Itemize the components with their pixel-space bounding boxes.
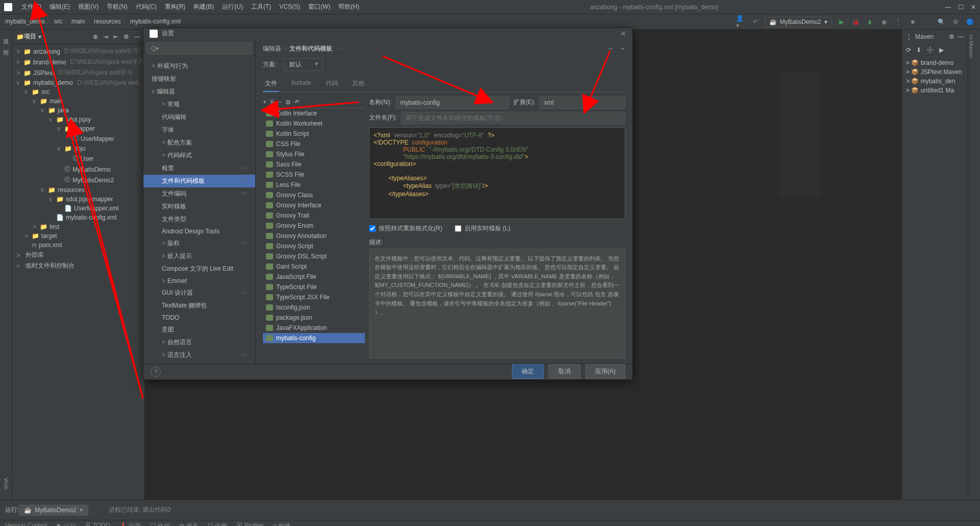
settings-category[interactable]: Android Design Tools	[143, 226, 255, 237]
settings-category[interactable]: >常规	[143, 98, 255, 111]
menu-item[interactable]: 工具(T)	[247, 3, 275, 10]
hide-icon[interactable]: —	[134, 33, 140, 40]
template-list-item[interactable]: TypeScript File	[263, 282, 365, 292]
add-from-icon[interactable]: ⎘	[271, 99, 274, 106]
template-list-item[interactable]: TypeScript JSX File	[263, 292, 365, 302]
tree-item[interactable]: >📁JSPtextD:\WEBJAVA\java web学习	[12, 67, 144, 78]
template-ext-input[interactable]	[540, 97, 625, 109]
template-list-item[interactable]: SCSS File	[263, 170, 365, 180]
template-tab[interactable]: 文件	[263, 76, 279, 92]
tree-item[interactable]: v📁src	[12, 87, 144, 97]
expand-icon[interactable]: ⇤	[113, 33, 118, 40]
tree-item[interactable]: ⒸUser	[12, 153, 144, 164]
add-icon[interactable]: +	[263, 99, 266, 106]
coverage-icon[interactable]: ◗	[865, 17, 875, 27]
tree-item[interactable]: v📁main	[12, 97, 144, 106]
run-icon[interactable]: ▶	[939, 46, 944, 54]
settings-category[interactable]: 文件编码 ▭	[143, 187, 255, 200]
tool-tab[interactable]: ⦿ Profiler	[236, 522, 263, 526]
template-list-item[interactable]: package.json	[263, 313, 365, 323]
tree-item[interactable]: 📄UserMapper.xml	[12, 204, 144, 213]
tool-tab[interactable]: Version Control	[5, 522, 47, 526]
settings-category[interactable]: >外观与行为	[143, 60, 255, 73]
settings-category[interactable]: 意图	[143, 323, 255, 336]
template-list-item[interactable]: Kotlin Script	[263, 129, 365, 139]
tree-item[interactable]: ⒸMyBatisDemo2	[12, 175, 144, 185]
settings-icon[interactable]: ⚙	[949, 33, 954, 40]
settings-category[interactable]: 文件和代码模板 ▭	[143, 175, 255, 187]
tree-item[interactable]: v📁mybatis_demoD:\WEBJAVA\java web	[12, 78, 144, 87]
tool-tab[interactable]: ▶ 运行	[56, 522, 76, 526]
profile-icon[interactable]: ◉	[879, 17, 889, 27]
maximize-icon[interactable]: ☐	[958, 4, 964, 11]
run-tab[interactable]: ☕ MyBatisDemo2 ×	[19, 505, 88, 516]
web-tool-button[interactable]: Web	[3, 478, 9, 489]
avatar-icon[interactable]: 🔵	[965, 17, 975, 27]
tree-item[interactable]: v📁sdut.jsjxy	[12, 115, 144, 124]
settings-category[interactable]: >嵌入提示	[143, 250, 255, 262]
tree-item[interactable]: v📁pojo	[12, 144, 144, 153]
back-icon[interactable]: ←	[608, 45, 614, 52]
apply-button[interactable]: 应用(A)	[585, 364, 625, 379]
tool-tab[interactable]: ☐ 终端	[150, 522, 169, 526]
template-tab[interactable]: 代码	[324, 76, 340, 92]
settings-category[interactable]: Compose 文字的 Live Edit	[143, 262, 255, 275]
settings-category[interactable]: >版权 ▭	[143, 237, 255, 250]
chevron-down-icon[interactable]: ▾	[38, 33, 41, 40]
tree-item[interactable]: ⒾUserMapper	[12, 133, 144, 144]
settings-category[interactable]: 检查 ▭	[143, 162, 255, 175]
template-list-item[interactable]: tsconfig.json	[263, 302, 365, 313]
minimap[interactable]	[780, 73, 821, 196]
menu-item[interactable]: VCS(S)	[275, 3, 304, 10]
template-list-item[interactable]: Groovy DSL Script	[263, 251, 365, 261]
menu-item[interactable]: 导航(N)	[103, 3, 132, 10]
tree-item[interactable]: v📁sdut.jsjxy.mapper	[12, 195, 144, 204]
settings-category[interactable]: >配色方案	[143, 136, 255, 149]
template-tab[interactable]: Include	[289, 76, 313, 92]
debug-icon[interactable]: 🐞	[850, 17, 861, 27]
template-list-item[interactable]: JavaFXApplication	[263, 323, 365, 333]
menu-item[interactable]: 帮助(H)	[334, 3, 363, 10]
template-list-item[interactable]: Kotlin Worksheet	[263, 118, 365, 129]
settings-category[interactable]: >Emmet	[143, 275, 255, 286]
template-list-item[interactable]: Stylus File	[263, 149, 365, 159]
tree-item[interactable]: 📄mybatis-config.xml	[12, 213, 144, 222]
add-icon[interactable]: ➕	[926, 46, 934, 54]
stop-icon[interactable]: ■	[908, 17, 918, 27]
settings-category[interactable]: 文件类型	[143, 213, 255, 226]
hide-icon[interactable]: —	[958, 33, 964, 40]
template-list-item[interactable]: CSS File	[263, 139, 365, 149]
settings-category[interactable]: >自然语言	[143, 336, 255, 349]
reformat-checkbox[interactable]: 按照样式重新格式化(R)	[369, 224, 443, 233]
template-list-item[interactable]: Groovy Script	[263, 241, 365, 251]
settings-category[interactable]: TextMate 捆绑包	[143, 299, 255, 312]
menu-item[interactable]: 视图(V)	[74, 3, 103, 10]
copy-icon[interactable]: ⧉	[286, 99, 290, 106]
settings-category[interactable]: 按键映射	[143, 73, 255, 85]
template-list-item[interactable]: Groovy Class	[263, 190, 365, 200]
settings-category[interactable]: >语言注入 ▭	[143, 349, 255, 362]
menu-item[interactable]: 编辑(E)	[45, 3, 74, 10]
menu-item[interactable]: 重构(R)	[161, 3, 190, 10]
template-list-item[interactable]: Less File	[263, 180, 365, 190]
menu-item[interactable]: 构建(B)	[189, 3, 218, 10]
template-list-item[interactable]: Groovy Trait	[263, 210, 365, 221]
tree-item[interactable]: >📁brand-demoD:\WEBJAVA\java web学习	[12, 57, 144, 67]
template-tab[interactable]: 其他	[350, 76, 366, 92]
collapse-icon[interactable]: ⇥	[103, 33, 108, 40]
tree-item[interactable]: >外部库	[12, 250, 144, 260]
maven-item[interactable]: > 📦 untitled1 Ma	[906, 86, 964, 95]
settings-icon[interactable]: ⚙	[124, 33, 129, 40]
tool-tab[interactable]: ≡ 构建	[273, 522, 290, 526]
settings-category[interactable]: v编辑器	[143, 85, 255, 98]
scheme-selector[interactable]: 默认	[284, 58, 323, 71]
menu-item[interactable]: 窗口(W)	[304, 3, 334, 10]
maven-item[interactable]: > 📦 brand-demo	[906, 58, 964, 67]
user-icon[interactable]: 👤▾	[736, 17, 746, 27]
template-list-item[interactable]: Groovy Interface	[263, 200, 365, 210]
remove-icon[interactable]: −	[278, 99, 282, 106]
target-icon[interactable]: ⊕	[93, 33, 98, 40]
settings-category[interactable]: 代码编辑	[143, 111, 255, 124]
refresh-icon[interactable]: ⟳	[906, 46, 911, 54]
ok-button[interactable]: 确定	[512, 364, 544, 379]
